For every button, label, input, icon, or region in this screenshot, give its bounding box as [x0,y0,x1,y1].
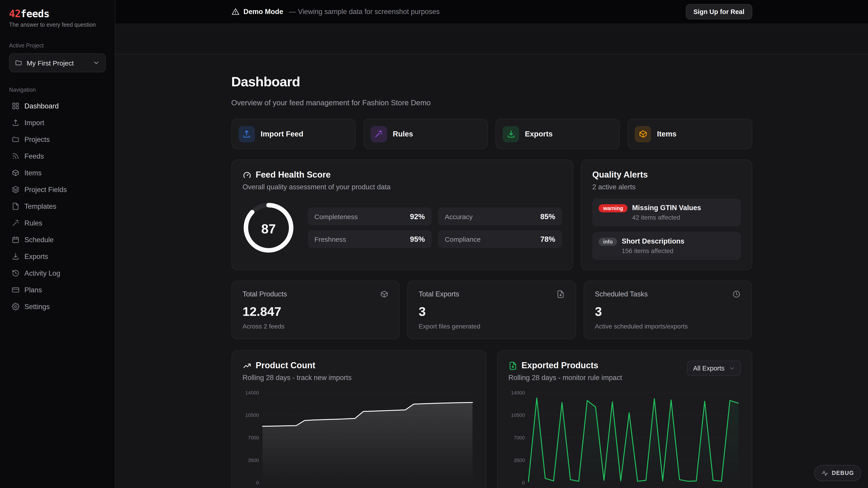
stat-value: 3 [595,304,741,319]
metric-value: 92% [410,212,425,221]
rss-icon [12,152,20,160]
svg-text:10500: 10500 [511,413,525,418]
svg-text:Jan 16: Jan 16 [406,487,421,488]
product-count-subtitle: Rolling 28 days - track new imports [243,374,351,382]
health-title: Feed Health Score [256,170,331,180]
svg-text:10500: 10500 [245,413,259,418]
metric-label: Accuracy [445,213,473,220]
sidebar-item-rules[interactable]: Rules [9,215,106,231]
sidebar-item-templates[interactable]: Templates [9,198,106,215]
upload-icon [12,119,20,127]
health-metric-freshness: Freshness 95% [308,230,432,248]
file-export-icon [557,290,565,298]
svg-text:Jan 01: Jan 01 [546,487,561,488]
health-score-gauge: 87 [243,202,294,254]
trend-up-icon [243,361,251,370]
download-icon [12,253,20,260]
sidebar-item-label: Dashboard [24,102,59,110]
metric-value: 95% [410,235,425,243]
sidebar-item-label: Templates [24,202,56,210]
product-count-card: Product Count Rolling 28 days - track ne… [231,350,486,488]
gauge-icon [243,170,251,179]
quality-alert-short-descriptions[interactable]: info Short Descriptions 156 items affect… [592,232,741,260]
svg-text:Jan 04: Jan 04 [305,487,320,488]
quick-action-import-feed[interactable]: Import Feed [231,119,356,149]
metric-label: Freshness [314,235,346,243]
upload-icon [239,126,255,142]
svg-text:Jan 10: Jan 10 [355,487,370,488]
quick-action-exports[interactable]: Exports [495,119,620,149]
sidebar-item-import[interactable]: Import [9,114,106,131]
quick-action-label: Exports [525,130,553,138]
chevron-down-icon [93,59,100,66]
svg-text:Jan 23: Jan 23 [465,487,475,488]
stat-card-total-exports: Total Exports 3 Export files generated [407,281,576,339]
sidebar-item-label: Feeds [24,152,44,160]
svg-text:0: 0 [522,480,525,486]
stat-label: Total Products [243,290,287,298]
sidebar-nav: Dashboard Import Projects Feeds Items Pr… [9,98,106,315]
project-selector[interactable]: My First Project [9,53,106,72]
sidebar-item-label: Exports [24,252,48,260]
sidebar-item-items[interactable]: Items [9,164,106,181]
folder-icon [15,59,22,66]
svg-text:Jan 19: Jan 19 [697,487,712,488]
product-count-title: Product Count [256,361,315,370]
health-metric-completeness: Completeness 92% [308,207,432,225]
sidebar-item-label: Plans [24,286,42,294]
metric-value: 78% [540,235,555,243]
health-metrics-grid: Completeness 92% Accuracy 85% Freshness … [308,207,562,248]
history-icon [12,269,20,277]
stat-label: Total Exports [418,290,459,298]
sidebar-item-schedule[interactable]: Schedule [9,231,106,248]
sidebar-item-activity-log[interactable]: Activity Log [9,265,106,282]
charts-row: Product Count Rolling 28 days - track ne… [231,350,752,488]
quick-action-items[interactable]: Items [628,119,752,149]
sidebar-item-plans[interactable]: Plans [9,282,106,298]
svg-text:Jan 13: Jan 13 [381,487,396,488]
sidebar-item-label: Rules [24,219,42,227]
svg-text:0: 0 [256,480,259,486]
layers-icon [12,186,20,193]
sidebar: 42feeds The answer to every feed questio… [0,0,115,488]
metric-label: Compliance [445,235,480,243]
active-project-label: Active Project [9,42,106,49]
sidebar-item-label: Items [24,169,41,177]
sign-up-button[interactable]: Sign Up for Real [686,4,752,20]
exports-filter-select[interactable]: All Exports [687,361,741,376]
health-subtitle: Overall quality assessment of your produ… [243,183,562,191]
sidebar-item-feeds[interactable]: Feeds [9,148,106,164]
sidebar-item-project-fields[interactable]: Project Fields [9,181,106,198]
quick-action-rules[interactable]: Rules [364,119,488,149]
exported-products-title: Exported Products [522,361,598,370]
brand-logo[interactable]: 42feeds [9,8,106,20]
page-subtitle: Overview of your feed management for Fas… [231,98,752,107]
quality-alert-missing-gtin-values[interactable]: warning Missing GTIN Values 42 items aff… [592,198,741,226]
sidebar-item-label: Schedule [24,236,54,244]
exported-products-chart: 0350070001050014000Dec 29Jan 01Jan 04Jan… [508,389,741,488]
svg-text:Dec 29: Dec 29 [254,487,270,488]
sidebar-item-projects[interactable]: Projects [9,131,106,148]
stat-card-scheduled-tasks: Scheduled Tasks 3 Active scheduled impor… [584,281,752,339]
sidebar-item-exports[interactable]: Exports [9,248,106,265]
stat-value: 3 [418,304,564,319]
app-window: 42feeds The answer to every feed questio… [0,0,868,488]
quick-action-label: Import Feed [260,130,303,138]
stat-detail: Active scheduled imports/exports [595,323,741,330]
box-icon [380,290,388,298]
folder-icon [12,135,20,143]
exported-products-card: Exported Products Rolling 28 days - moni… [497,350,752,488]
product-count-chart: 0350070001050014000Dec 29Jan 01Jan 04Jan… [243,389,475,488]
alert-severity-badge: info [598,238,617,246]
sidebar-item-label: Import [24,119,44,127]
health-alerts-row: Feed Health Score Overall quality assess… [231,160,752,270]
box-icon [635,126,651,142]
debug-button[interactable]: DEBUG [814,465,861,481]
sidebar-item-settings[interactable]: Settings [9,298,106,315]
sidebar-item-dashboard[interactable]: Dashboard [9,98,106,114]
health-metric-compliance: Compliance 78% [438,230,562,248]
page-header-strip [115,24,868,54]
alerts-subtitle: 2 active alerts [592,183,741,191]
quality-alerts-card: Quality Alerts 2 active alerts warning M… [581,160,752,270]
debug-label: DEBUG [832,470,854,476]
